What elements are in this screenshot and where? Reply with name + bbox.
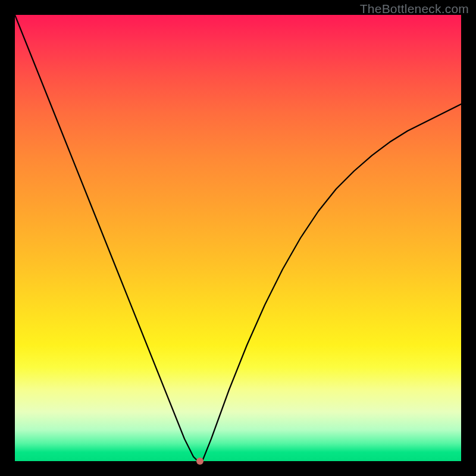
optimal-point-marker: [196, 458, 203, 465]
plot-area: [15, 15, 461, 461]
watermark-text: TheBottleneck.com: [360, 2, 469, 16]
chart-frame: TheBottleneck.com: [0, 0, 476, 476]
bottleneck-curve: [15, 15, 461, 461]
